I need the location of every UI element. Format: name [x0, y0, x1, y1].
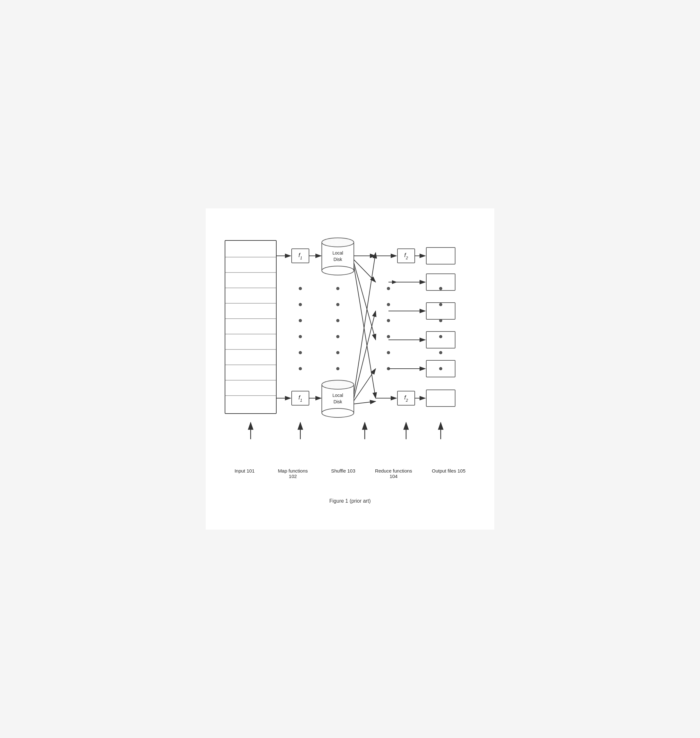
svg-point-52: [387, 303, 390, 306]
svg-text:Local: Local: [332, 393, 343, 398]
svg-point-55: [387, 351, 390, 354]
svg-point-18: [322, 266, 354, 275]
svg-point-41: [336, 351, 340, 354]
svg-point-75: [439, 335, 442, 338]
figure-caption: Figure 1 (prior art): [219, 498, 481, 504]
svg-point-76: [439, 351, 442, 354]
svg-point-42: [336, 367, 340, 370]
svg-point-53: [387, 319, 390, 322]
svg-point-35: [299, 351, 302, 354]
svg-point-37: [336, 287, 340, 290]
label-map: Map functions 102: [274, 468, 312, 479]
svg-point-36: [299, 367, 302, 370]
svg-rect-69: [426, 331, 455, 348]
svg-point-34: [299, 335, 302, 338]
svg-point-31: [299, 287, 302, 290]
svg-point-74: [439, 319, 442, 322]
page-container: f1 Local Disk f1 Lo: [206, 208, 494, 530]
svg-line-50: [354, 401, 376, 404]
svg-point-27: [322, 408, 354, 417]
svg-point-38: [336, 303, 340, 306]
output-bottom: [426, 390, 455, 407]
svg-line-44: [354, 260, 376, 282]
svg-text:Disk: Disk: [333, 399, 342, 404]
label-reduce: Reduce functions 104: [374, 468, 413, 479]
labels-row: Input 101 Map functions 102 Shuffle 103 …: [219, 468, 481, 479]
svg-point-33: [299, 319, 302, 322]
svg-point-72: [439, 287, 442, 290]
svg-point-77: [439, 367, 442, 370]
svg-point-51: [387, 287, 390, 290]
input-box: [225, 240, 276, 414]
output-top: [426, 247, 455, 264]
label-input: Input 101: [235, 468, 255, 479]
diagram-area: f1 Local Disk f1 Lo: [219, 228, 481, 458]
svg-point-19: [322, 238, 354, 247]
label-output: Output files 105: [432, 468, 465, 479]
svg-text:Local: Local: [332, 250, 343, 255]
svg-point-73: [439, 303, 442, 306]
svg-point-28: [322, 380, 354, 389]
label-shuffle: Shuffle 103: [331, 468, 356, 479]
svg-point-40: [336, 335, 340, 338]
svg-point-54: [387, 335, 390, 338]
svg-point-32: [299, 303, 302, 306]
svg-text:Disk: Disk: [333, 257, 342, 262]
svg-point-39: [336, 319, 340, 322]
svg-line-46: [354, 266, 376, 398]
